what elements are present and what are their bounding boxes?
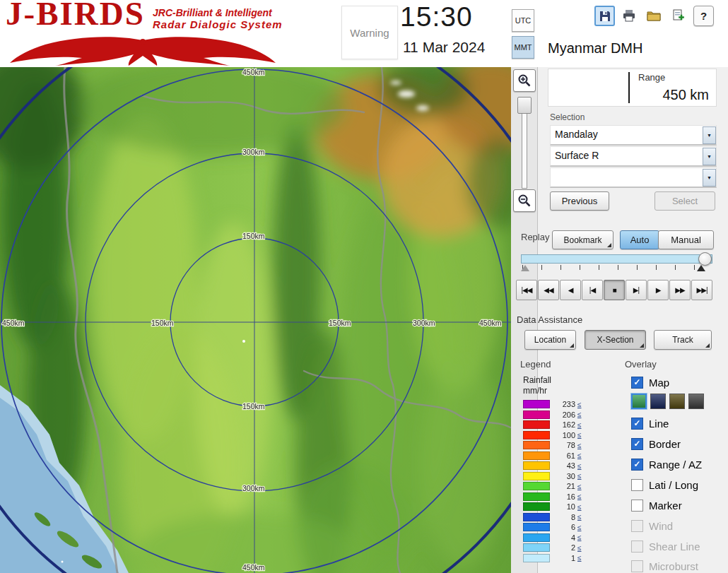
- checkbox-icon: [631, 520, 643, 532]
- map-style-green-button[interactable]: [631, 394, 647, 409]
- legend-swatch: [523, 523, 550, 531]
- svg-text:150km: 150km: [329, 319, 351, 327]
- stop-button[interactable]: ■: [604, 280, 625, 300]
- help-button[interactable]: ?: [693, 6, 714, 26]
- checkbox-icon[interactable]: [631, 500, 643, 512]
- overlay-item-line[interactable]: Line: [631, 416, 669, 430]
- eagle-logo-icon: [8, 33, 277, 66]
- folder-icon: [647, 9, 661, 22]
- overlay-label: Overlay: [625, 359, 657, 370]
- previous-button[interactable]: Previous: [550, 191, 609, 211]
- legend-row: 2≤: [523, 543, 582, 553]
- print-button[interactable]: [619, 6, 638, 25]
- legend-row: 21≤: [523, 481, 582, 492]
- export-image-button[interactable]: [669, 6, 688, 25]
- timeline-thumb[interactable]: [698, 252, 712, 266]
- zoom-slider-thumb[interactable]: [517, 97, 532, 114]
- overlay-item-label: Lati / Long: [649, 479, 698, 491]
- timeline-track[interactable]: [521, 254, 712, 264]
- utc-label: UTC: [515, 16, 532, 25]
- legend-value: 61: [553, 451, 575, 460]
- legend-value: 162: [553, 420, 575, 429]
- overlay-item-label: Marker: [649, 500, 682, 512]
- warning-indicator[interactable]: Warning: [341, 6, 398, 59]
- checkbox-icon[interactable]: [631, 459, 643, 471]
- overlay-item-label: Shear Line: [649, 540, 700, 553]
- legend-swatch: [523, 451, 550, 460]
- chevron-down-icon[interactable]: [703, 169, 716, 187]
- checkbox-icon[interactable]: [631, 438, 643, 450]
- chevron-down-icon[interactable]: [703, 126, 716, 144]
- x-section-button[interactable]: X-Section: [585, 330, 646, 350]
- clock-time: 15:30: [400, 1, 473, 33]
- replay-timeline: [521, 252, 712, 276]
- fast-forward-button[interactable]: ▶▶: [669, 280, 691, 300]
- overlay-item-range-az[interactable]: Range / AZ: [631, 457, 702, 471]
- legend-row: 16≤: [523, 492, 582, 502]
- map-style-olive-button[interactable]: [669, 394, 685, 409]
- legend-lte: ≤: [577, 421, 582, 429]
- overlay-item-shear-line: Shear Line: [631, 539, 700, 553]
- auto-mode-button[interactable]: Auto: [620, 230, 659, 249]
- previous-label: Previous: [562, 196, 598, 206]
- skip-to-end-button[interactable]: ▶▶|: [691, 280, 712, 300]
- track-button[interactable]: Track: [654, 330, 712, 350]
- legend-value: 10: [553, 502, 575, 511]
- mmt-toggle-button[interactable]: MMT: [512, 36, 534, 59]
- legend-swatch: [523, 554, 550, 562]
- select-label: Select: [672, 196, 698, 206]
- logo-tagline-line1: JRC-Brilliant & Intelligent: [153, 7, 283, 18]
- fast-rewind-button[interactable]: ◀◀: [538, 280, 559, 300]
- checkbox-icon[interactable]: [631, 479, 643, 491]
- manual-mode-button[interactable]: Manual: [658, 230, 714, 249]
- timeline-start-pointer-icon: [521, 265, 529, 271]
- clock-date: 11 Mar 2024: [403, 39, 485, 56]
- play-reverse-button[interactable]: ◀: [560, 280, 581, 300]
- overlay-item-marker[interactable]: Marker: [631, 498, 682, 512]
- play-button[interactable]: ▶: [647, 280, 669, 300]
- skip-to-start-button[interactable]: |◀◀: [516, 280, 537, 300]
- range-divider: [628, 72, 630, 103]
- jbirds-application-window: J-BIRDS JRC-Brilliant & Intelligent Rada…: [0, 0, 728, 573]
- bookmark-button[interactable]: Bookmark: [552, 230, 613, 249]
- zoom-out-button[interactable]: [513, 189, 536, 212]
- overlay-item-label: Range / AZ: [649, 459, 702, 471]
- step-back-button[interactable]: |◀: [582, 280, 603, 300]
- option-dropdown[interactable]: [550, 167, 717, 188]
- radar-map-display[interactable]: 450km 300km 150km 150km 300km 450km 450k…: [0, 67, 511, 573]
- checkbox-icon[interactable]: [631, 377, 643, 389]
- utc-toggle-button[interactable]: UTC: [512, 9, 534, 32]
- legend-lte: ≤: [577, 442, 582, 449]
- zoom-in-button[interactable]: [513, 69, 536, 92]
- chevron-down-icon[interactable]: [703, 148, 716, 165]
- legend-label: Legend: [520, 359, 551, 370]
- legend-value: 233: [553, 400, 575, 408]
- legend-value: 4: [553, 533, 575, 542]
- legend-swatch: [523, 533, 550, 542]
- overlay-item-lati-long[interactable]: Lati / Long: [631, 478, 698, 492]
- open-file-button[interactable]: [644, 6, 663, 25]
- station-title: Myanmar DMH: [548, 40, 642, 57]
- legend-value: 8: [553, 513, 575, 521]
- legend-value: 2: [553, 543, 575, 552]
- radar-site-marker: [242, 340, 245, 343]
- map-style-grey-button[interactable]: [688, 394, 704, 409]
- select-button[interactable]: Select: [654, 191, 715, 211]
- legend-value: 16: [553, 492, 575, 501]
- location-button[interactable]: Location: [524, 330, 576, 350]
- checkbox-icon[interactable]: [631, 418, 643, 430]
- magnifier-minus-icon: [517, 194, 532, 208]
- printer-icon: [622, 9, 636, 22]
- step-forward-button[interactable]: ▶|: [626, 280, 647, 300]
- legend-swatch: [523, 431, 550, 439]
- warning-label: Warning: [350, 27, 389, 39]
- station-dropdown[interactable]: Mandalay: [550, 125, 717, 146]
- product-dropdown[interactable]: Surface R: [550, 146, 717, 167]
- legend-value: 206: [553, 410, 575, 419]
- svg-text:150km: 150km: [242, 402, 265, 410]
- overlay-item-border[interactable]: Border: [631, 437, 681, 451]
- overlay-item-map[interactable]: Map: [631, 375, 669, 389]
- map-style-navy-button[interactable]: [650, 394, 666, 409]
- save-button[interactable]: [594, 6, 615, 26]
- range-label: Range: [638, 72, 665, 83]
